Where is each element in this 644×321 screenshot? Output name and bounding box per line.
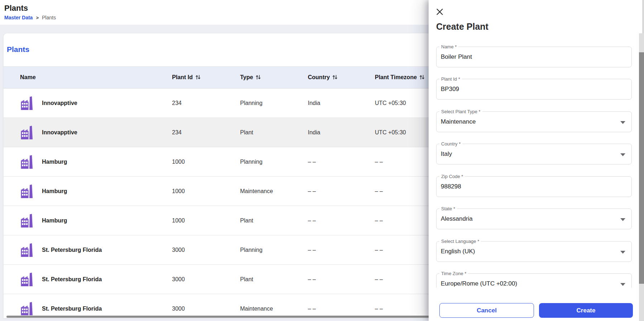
drawer-title: Create Plant (436, 21, 488, 32)
create-button[interactable]: Create (539, 303, 633, 318)
language-select[interactable]: Select Language * English (UK) (436, 241, 632, 262)
factory-icon (21, 185, 33, 198)
dropdown-arrow-icon (620, 121, 625, 124)
column-header-plant-id[interactable]: Plant Id (172, 67, 201, 88)
breadcrumb-separator: > (36, 15, 39, 20)
column-header-type[interactable]: Type (240, 67, 261, 88)
sort-arrows-icon[interactable] (419, 75, 425, 80)
sort-arrows-icon[interactable] (332, 75, 338, 80)
factory-icon (21, 273, 33, 286)
sort-arrows-icon[interactable] (195, 75, 201, 80)
zip-code-field[interactable]: Zip Code * 988298 (436, 176, 632, 197)
vertical-scrollbar-thumb[interactable] (639, 52, 644, 284)
column-header-name[interactable]: Name (20, 67, 36, 88)
sort-arrows-icon[interactable] (256, 75, 261, 80)
breadcrumb-link-master-data[interactable]: Master Data (4, 15, 33, 20)
column-header-country[interactable]: Country (308, 67, 338, 88)
plant-type-select[interactable]: Select Plant Type * Maintenance (436, 111, 632, 132)
factory-icon (21, 214, 33, 227)
close-icon[interactable] (436, 8, 443, 15)
plant-id-field[interactable]: Plant Id * BP309 (436, 79, 632, 100)
column-header-plant-timezone[interactable]: Plant Timezone (375, 67, 425, 88)
breadcrumb: Master Data>Plants (4, 15, 56, 20)
state-select[interactable]: State * Alessandria (436, 209, 632, 229)
factory-icon (21, 96, 33, 110)
factory-icon (21, 155, 33, 169)
name-field[interactable]: Name * Boiler Plant (436, 47, 632, 67)
factory-icon (21, 302, 33, 315)
breadcrumb-current: Plants (42, 15, 56, 20)
cancel-button[interactable]: Cancel (439, 303, 534, 318)
dropdown-arrow-icon (620, 283, 625, 286)
dropdown-arrow-icon (620, 153, 625, 156)
dropdown-arrow-icon (620, 251, 625, 254)
factory-icon (21, 126, 33, 139)
scrollbar-top-strip (642, 0, 644, 33)
factory-icon (21, 243, 33, 257)
dropdown-arrow-icon (620, 218, 625, 221)
card-title: Plants (7, 45, 29, 54)
create-plant-drawer: Create Plant Name * Boiler Plant Plant I… (429, 0, 644, 321)
page-title: Plants (4, 4, 28, 13)
country-select[interactable]: Country * Italy (436, 144, 632, 164)
drawer-footer: Cancel Create (429, 288, 644, 321)
